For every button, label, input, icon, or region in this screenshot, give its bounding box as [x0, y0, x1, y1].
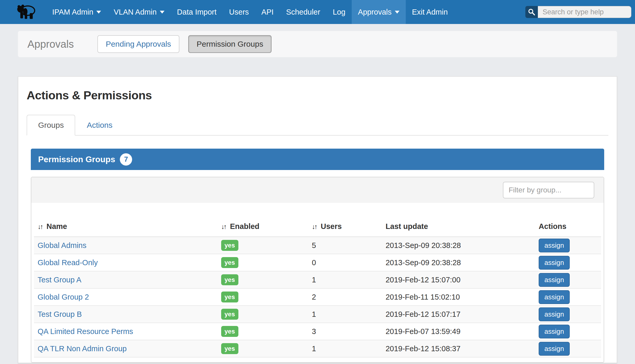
group-name-link[interactable]: Global Read-Only	[38, 258, 98, 267]
chevron-down-icon	[160, 11, 164, 14]
nav-item-label: Scheduler	[286, 8, 320, 16]
table-row: Test Group Byes12019-Feb-12 15:07:17assi…	[34, 306, 601, 323]
table-row: Global Group 2yes22019-Feb-11 15:02:10as…	[34, 288, 601, 306]
nav-item-approvals[interactable]: Approvals	[352, 0, 406, 24]
last-update: 2013-Sep-09 20:38:28	[386, 254, 539, 271]
nav-item-label: Data Import	[177, 8, 217, 16]
assign-button[interactable]: assign	[539, 325, 570, 338]
group-count-badge: 7	[120, 153, 132, 166]
search-icon[interactable]	[525, 6, 538, 18]
enabled-cell: yes	[221, 237, 312, 254]
column-header-name[interactable]: ↓↑Name	[34, 203, 221, 237]
nav-item-api[interactable]: API	[255, 0, 280, 24]
users-count: 5	[312, 237, 385, 254]
nav-item-data-import[interactable]: Data Import	[171, 0, 223, 24]
name-cell: Test Group A	[34, 271, 221, 288]
table-row: Global Read-Onlyyes02013-Sep-09 20:38:28…	[34, 254, 601, 271]
group-name-link[interactable]: Global Admins	[38, 241, 86, 250]
table-row: QA Limited Resource Permsyes32019-Feb-07…	[34, 323, 601, 340]
column-header-label: Enabled	[230, 222, 260, 230]
group-name-link[interactable]: Global Group 2	[38, 293, 89, 301]
column-header-label: Last update	[386, 222, 428, 230]
column-header-label: Actions	[539, 222, 566, 230]
sort-icon[interactable]: ↓↑	[312, 223, 316, 230]
users-count: 0	[312, 254, 385, 271]
assign-button[interactable]: assign	[539, 273, 570, 287]
nav-item-label: Users	[229, 8, 249, 16]
sort-icon[interactable]: ↓↑	[38, 223, 42, 230]
table-row: QA TLR Non Admin Groupyes12019-Feb-12 15…	[34, 340, 601, 357]
group-name-link[interactable]: QA TLR Non Admin Group	[38, 344, 127, 353]
last-update: 2019-Feb-07 13:59:49	[386, 323, 539, 340]
chevron-down-icon	[96, 11, 101, 14]
page-header-bar: Approvals Pending Approvals Permission G…	[18, 31, 617, 57]
permission-groups-button[interactable]: Permission Groups	[188, 35, 272, 53]
top-navbar: IPAM AdminVLAN AdminData ImportUsersAPIS…	[0, 0, 635, 24]
group-name-link[interactable]: Test Group A	[38, 276, 81, 284]
assign-button[interactable]: assign	[539, 239, 570, 252]
nav-item-scheduler[interactable]: Scheduler	[280, 0, 327, 24]
assign-button[interactable]: assign	[539, 256, 570, 270]
actions-cell: assign	[539, 237, 601, 254]
users-count: 1	[312, 340, 385, 357]
column-header-users[interactable]: ↓↑Users	[312, 203, 385, 237]
column-header-last-update: Last update	[386, 203, 539, 237]
enabled-cell: yes	[221, 288, 312, 306]
navbar-menu: IPAM AdminVLAN AdminData ImportUsersAPIS…	[46, 0, 454, 24]
users-count: 1	[312, 271, 385, 288]
assign-button[interactable]: assign	[539, 290, 570, 304]
sort-icon[interactable]: ↓↑	[221, 223, 226, 230]
last-update: 2013-Sep-09 20:38:28	[386, 237, 539, 254]
navbar-search	[525, 6, 631, 18]
table-container: ↓↑Name↓↑Enabled↓↑UsersLast updateActions…	[31, 203, 604, 362]
enabled-badge: yes	[221, 240, 238, 251]
column-header-enabled[interactable]: ↓↑Enabled	[221, 203, 312, 237]
column-header-label: Name	[46, 222, 67, 230]
tab-groups[interactable]: Groups	[27, 115, 75, 136]
assign-button[interactable]: assign	[539, 307, 570, 321]
last-update: 2019-Feb-12 15:07:00	[386, 271, 539, 288]
nav-item-exit-admin[interactable]: Exit Admin	[406, 0, 454, 24]
enabled-cell: yes	[221, 271, 312, 288]
section-title: Actions & Permissions	[27, 89, 608, 102]
app-logo[interactable]	[17, 0, 36, 24]
group-name-link[interactable]: QA Limited Resource Perms	[38, 327, 133, 336]
table-body: Global Adminsyes52013-Sep-09 20:38:28ass…	[34, 237, 601, 357]
actions-cell: assign	[539, 271, 601, 288]
table-toolbar	[31, 177, 604, 203]
search-input[interactable]	[538, 6, 631, 18]
nav-item-log[interactable]: Log	[326, 0, 351, 24]
name-cell: QA TLR Non Admin Group	[34, 340, 221, 357]
last-update: 2019-Feb-12 15:08:37	[386, 340, 539, 357]
page-title: Approvals	[27, 38, 74, 50]
nav-item-vlan-admin[interactable]: VLAN Admin	[107, 0, 170, 24]
panel-title: Permission Groups	[38, 155, 115, 164]
actions-cell: assign	[539, 254, 601, 271]
table-row: Global Adminsyes52013-Sep-09 20:38:28ass…	[34, 237, 601, 254]
filter-input[interactable]	[503, 182, 594, 198]
users-count: 1	[312, 306, 385, 323]
groups-panel: ↓↑Name↓↑Enabled↓↑UsersLast updateActions…	[31, 177, 604, 363]
enabled-badge: yes	[221, 257, 238, 268]
assign-button[interactable]: assign	[539, 342, 570, 356]
name-cell: Global Admins	[34, 237, 221, 254]
actions-cell: assign	[539, 306, 601, 323]
actions-cell: assign	[539, 288, 601, 306]
group-name-link[interactable]: Test Group B	[38, 310, 82, 318]
last-update: 2019-Feb-12 15:07:17	[386, 306, 539, 323]
enabled-cell: yes	[221, 254, 312, 271]
pending-approvals-button[interactable]: Pending Approvals	[97, 35, 179, 53]
name-cell: Test Group B	[34, 306, 221, 323]
main-panel: Actions & Permissions Groups Actions Per…	[18, 76, 617, 363]
table-header: ↓↑Name↓↑Enabled↓↑UsersLast updateActions	[34, 203, 601, 237]
tab-bar: Groups Actions	[27, 115, 608, 136]
actions-cell: assign	[539, 323, 601, 340]
enabled-cell: yes	[221, 306, 312, 323]
enabled-badge: yes	[221, 326, 238, 337]
name-cell: Global Read-Only	[34, 254, 221, 271]
nav-item-users[interactable]: Users	[223, 0, 255, 24]
permission-groups-heading: Permission Groups 7	[31, 149, 604, 170]
nav-item-label: IPAM Admin	[52, 8, 93, 16]
tab-actions[interactable]: Actions	[75, 115, 124, 136]
nav-item-ipam-admin[interactable]: IPAM Admin	[46, 0, 107, 24]
